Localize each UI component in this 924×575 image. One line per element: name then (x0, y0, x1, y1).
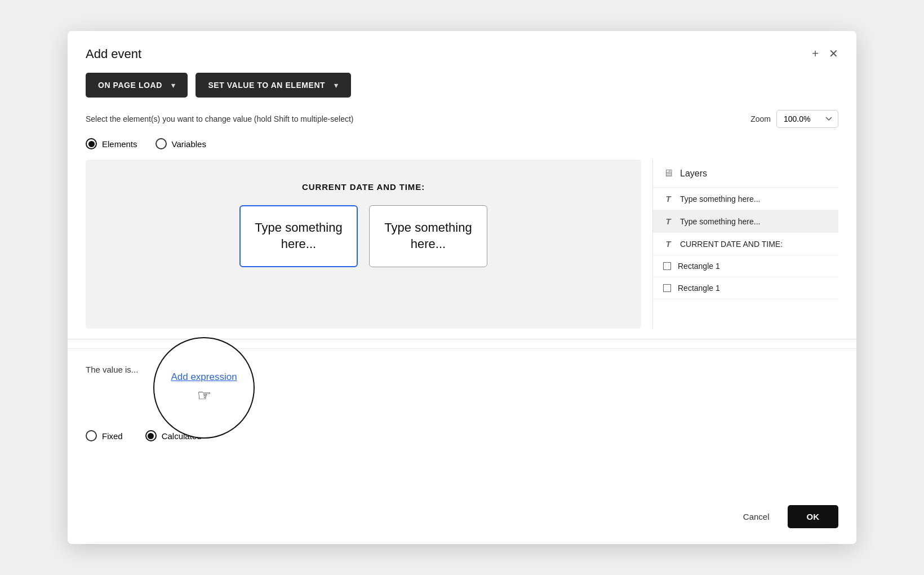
text-icon-1: T (663, 216, 673, 226)
toolbar-row: ON PAGE LOAD ▾ SET VALUE TO AN ELEMENT ▾ (68, 61, 856, 98)
fixed-radio-outer (86, 430, 97, 441)
add-event-dialog: Add event + ✕ ON PAGE LOAD ▾ SET VALUE T… (68, 31, 856, 544)
elements-radio-label[interactable]: Elements (86, 138, 137, 149)
text-icon-0: T (663, 194, 673, 204)
layer-item-3[interactable]: Rectangle 1 (653, 255, 838, 277)
close-icon: ✕ (829, 47, 838, 60)
layer-label-4: Rectangle 1 (678, 284, 720, 293)
layer-item-2[interactable]: T CURRENT DATE AND TIME: (653, 233, 838, 255)
action-label: SET VALUE TO AN ELEMENT (208, 81, 325, 90)
trigger-dropdown[interactable]: ON PAGE LOAD ▾ (86, 73, 188, 98)
ok-button[interactable]: OK (788, 505, 839, 528)
canvas-input-1[interactable]: Type something here... (239, 205, 358, 267)
add-expression-button[interactable]: Add expression (171, 371, 237, 383)
text-icon-2: T (663, 239, 673, 249)
calculated-radio-inner (148, 433, 154, 439)
plus-button[interactable]: + (812, 47, 819, 60)
layer-item-0[interactable]: T Type something here... (653, 188, 838, 210)
variables-radio-outer (156, 138, 167, 149)
layer-label-1: Type something here... (680, 217, 760, 226)
monitor-icon: 🖥 (663, 167, 673, 179)
dialog-title: Add event (86, 47, 141, 61)
bottom-section: The value is... Fixed Calculated Add exp… (68, 348, 856, 489)
element-type-radio-group: Elements Variables (68, 128, 856, 149)
add-expression-circle: Add expression ☞ (153, 337, 255, 439)
canvas-inputs: Type something here... Type something he… (239, 205, 487, 267)
content-area: CURRENT DATE AND TIME: Type something he… (68, 149, 856, 329)
action-dropdown[interactable]: SET VALUE TO AN ELEMENT ▾ (196, 73, 350, 98)
canvas-panel: CURRENT DATE AND TIME: Type something he… (86, 160, 641, 329)
layers-header: 🖥 Layers (653, 160, 838, 188)
plus-icon: + (812, 47, 819, 60)
canvas-input-2[interactable]: Type something here... (369, 205, 487, 267)
canvas-input-1-text: Type something here... (241, 220, 357, 252)
fixed-radio-label[interactable]: Fixed (86, 430, 123, 441)
action-chevron-icon: ▾ (334, 81, 339, 90)
layer-label-3: Rectangle 1 (678, 262, 720, 271)
divider (68, 339, 856, 339)
canvas-date-label: CURRENT DATE AND TIME: (302, 182, 425, 192)
zoom-control: Zoom 100.0% 75.0% 50.0% 125.0% 150.0% (750, 110, 838, 128)
layer-label-0: Type something here... (680, 194, 760, 204)
layers-title: Layers (680, 169, 707, 179)
rect-icon-4 (663, 284, 671, 292)
variables-radio-label[interactable]: Variables (156, 138, 206, 149)
elements-radio-text: Elements (102, 139, 137, 149)
zoom-select[interactable]: 100.0% 75.0% 50.0% 125.0% 150.0% (776, 110, 838, 128)
layer-item-4[interactable]: Rectangle 1 (653, 277, 838, 299)
add-expression-label: Add expression (171, 371, 237, 382)
close-button[interactable]: ✕ (829, 47, 838, 60)
zoom-label: Zoom (750, 114, 771, 123)
elements-radio-outer (86, 138, 97, 149)
dialog-header: Add event + ✕ (68, 31, 856, 61)
cancel-button[interactable]: Cancel (733, 506, 780, 527)
canvas-input-2-text: Type something here... (370, 220, 487, 252)
calculated-radio-outer (145, 430, 157, 441)
rect-icon-3 (663, 262, 671, 270)
instruction-text: Select the element(s) you want to change… (86, 114, 353, 123)
elements-radio-inner (88, 141, 95, 147)
layers-panel: 🖥 Layers T Type something here... T Type… (652, 160, 838, 329)
cursor-icon: ☞ (197, 386, 211, 405)
variables-radio-text: Variables (172, 139, 206, 149)
layer-item-1[interactable]: T Type something here... (653, 210, 838, 233)
info-row: Select the element(s) you want to change… (68, 98, 856, 128)
dialog-footer: Cancel OK (68, 489, 856, 544)
layer-label-2: CURRENT DATE AND TIME: (680, 240, 783, 249)
trigger-label: ON PAGE LOAD (98, 81, 162, 90)
trigger-chevron-icon: ▾ (171, 81, 176, 90)
fixed-radio-text: Fixed (102, 431, 123, 441)
